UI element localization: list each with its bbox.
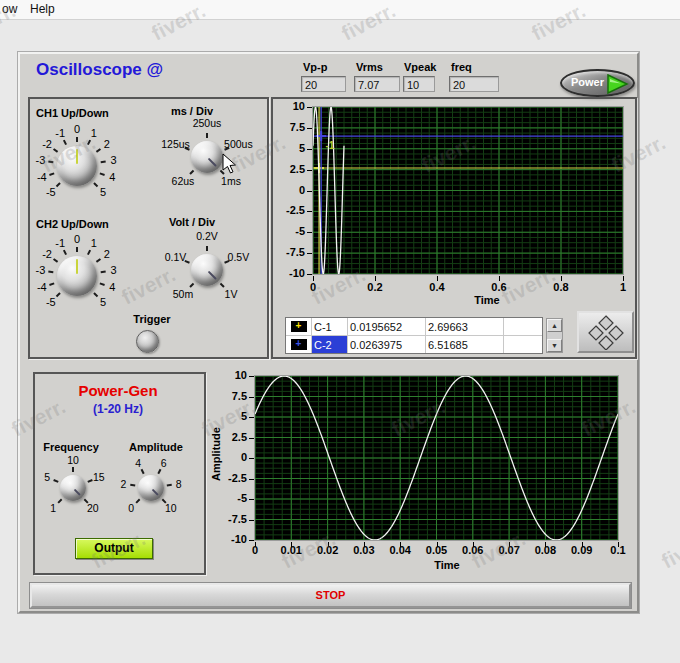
x-tick-mark	[364, 542, 365, 547]
knob-tick-label: 2	[87, 248, 127, 260]
knob-tick-label: 1V	[211, 288, 251, 300]
knob-tick-label: 3	[94, 264, 134, 276]
knob-pointer	[76, 149, 78, 164]
x-tick-label: 0.2	[350, 281, 400, 293]
knob-tick-label: 5	[83, 296, 123, 308]
x-tick-label: 0	[288, 281, 338, 293]
msdiv-knob[interactable]: 62us125us250us500us1ms	[147, 97, 267, 217]
cursor-row-c1[interactable]: + C-1 0.0195652 2.69663	[286, 318, 542, 336]
x-tick-mark	[328, 542, 329, 547]
cursor-c1-filler	[504, 318, 542, 335]
x-tick-mark	[437, 542, 438, 547]
ch1-updown-knob[interactable]: -5-4-3-2-1012345	[17, 106, 137, 226]
output-button[interactable]: Output	[75, 538, 153, 559]
knob-tick-label: 2	[87, 138, 127, 150]
knob-tick-label: -3	[20, 154, 60, 166]
y-tick-label: -5	[207, 492, 247, 504]
knob-tick-label: -5	[31, 296, 71, 308]
knob-tick-label: 4	[92, 281, 132, 293]
knob-tick	[220, 283, 225, 288]
x-axis-title: Time	[417, 559, 477, 571]
cursor-c2-name[interactable]: C-2	[312, 336, 348, 353]
stop-button[interactable]: STOP	[30, 583, 631, 608]
knob-tick-label: 6	[144, 457, 184, 469]
cursor-c1-y-value: 2.69663	[426, 318, 504, 335]
y-tick-label: 0	[265, 184, 305, 196]
knob-tick-label: 250us	[187, 117, 227, 129]
cursor-mover-pad[interactable]	[577, 311, 634, 353]
mouse-cursor-icon	[222, 153, 240, 181]
knob-tick-label: 50m	[163, 288, 203, 300]
y-tick-mark	[307, 191, 312, 192]
y-tick-mark	[307, 211, 312, 212]
vpeak-label: Vpeak	[404, 61, 436, 73]
knob-tick	[189, 283, 194, 288]
menu-item-help[interactable]: Help	[30, 2, 55, 16]
x-tick-label: 1	[598, 281, 648, 293]
knob-tick	[72, 467, 74, 472]
x-tick-mark	[545, 542, 546, 547]
power-led-icon	[606, 74, 629, 98]
menu-item-window[interactable]: ow	[2, 2, 17, 16]
cursor-c1-name[interactable]: C-1	[312, 318, 348, 335]
knob-ball	[191, 141, 223, 173]
trigger-button[interactable]	[136, 330, 159, 353]
knob-tick-label: -5	[31, 186, 71, 198]
scrollbar-up-button[interactable]: ▲	[547, 319, 562, 332]
x-tick-mark	[255, 542, 256, 547]
ch2-updown-knob[interactable]: -5-4-3-2-1012345	[17, 216, 137, 336]
y-tick-label: 5	[207, 410, 247, 422]
knob-tick	[206, 246, 208, 251]
y-tick-mark	[249, 499, 254, 500]
knob-tick-label: 1	[74, 237, 114, 249]
cursor-row-c2[interactable]: + C-2 0.0263975 6.51685	[286, 336, 542, 353]
y-tick-mark	[249, 376, 254, 377]
diamond-pad-icon	[583, 314, 629, 350]
y-tick-mark	[249, 438, 254, 439]
knob-tick-label: -4	[22, 171, 62, 183]
watermark-text: fiverr.	[658, 526, 680, 573]
x-tick-label: 0.8	[536, 281, 586, 293]
knob-tick-label: 8	[159, 478, 199, 490]
vpeak-indicator: 10	[403, 76, 435, 92]
knob-tick-label: 10	[53, 454, 93, 466]
scope-graph-plot[interactable]: -1	[313, 107, 623, 274]
knob-tick-label: 62us	[163, 175, 203, 187]
knob-tick-label: -2	[27, 248, 67, 260]
knob-tick-label: 5	[83, 186, 123, 198]
scrollbar-down-button[interactable]: ▼	[547, 339, 562, 352]
knob-tick-label: 4	[92, 171, 132, 183]
amplitude-knob[interactable]: 0246810	[91, 428, 211, 548]
x-tick-label: 0.6	[474, 281, 524, 293]
vpp-indicator: 20	[301, 76, 346, 92]
knob-tick	[141, 469, 145, 474]
x-tick-label: 0.4	[412, 281, 462, 293]
cursor-c2-icon[interactable]: +	[286, 336, 312, 353]
knob-tick	[189, 170, 194, 175]
knob-tick-label: 3	[94, 154, 134, 166]
cursor-c1-icon[interactable]: +	[286, 318, 312, 335]
voltdiv-knob[interactable]: 50m0.1V0.2V0.5V1V	[147, 210, 267, 330]
cursor-legend: + C-1 0.0195652 2.69663 + C-2 0.0263975 …	[285, 317, 543, 354]
y-tick-label: -2.5	[265, 204, 305, 216]
knob-ball	[138, 475, 164, 501]
legend-scrollbar[interactable]: ▲ ▼	[546, 318, 563, 353]
svg-text:-1: -1	[325, 140, 334, 151]
cursor-c2-x-value: 0.0263975	[348, 336, 426, 353]
y-tick-label: -10	[265, 267, 305, 279]
y-tick-mark	[249, 417, 254, 418]
y-tick-mark	[307, 170, 312, 171]
x-tick-mark	[473, 542, 474, 547]
powergen-range-subtitle: (1-20 Hz)	[48, 402, 188, 416]
y-tick-label: -7.5	[207, 513, 247, 525]
y-tick-label: -2.5	[207, 472, 247, 484]
x-tick-mark	[618, 542, 619, 547]
y-tick-label: -7.5	[265, 246, 305, 258]
knob-tick	[157, 469, 161, 474]
x-tick-mark	[499, 276, 500, 281]
y-tick-mark	[249, 540, 254, 541]
y-tick-label: 2.5	[207, 431, 247, 443]
y-tick-mark	[307, 274, 312, 275]
vrms-label: Vrms	[356, 61, 383, 73]
power-button[interactable]: Power	[560, 69, 635, 97]
